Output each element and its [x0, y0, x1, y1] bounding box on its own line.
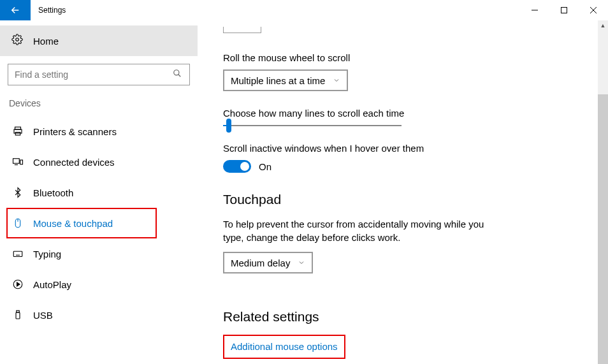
bluetooth-icon	[11, 187, 24, 198]
inactive-scroll-label: Scroll inactive windows when I hover ove…	[223, 143, 583, 154]
svg-rect-11	[20, 160, 23, 164]
devices-icon	[11, 156, 24, 168]
keyboard-icon	[11, 248, 24, 259]
toggle-state: On	[259, 161, 271, 172]
sidebar-item-usb[interactable]: USB	[0, 300, 198, 330]
sidebar-group-label: Devices	[0, 98, 198, 116]
touchpad-heading: Touchpad	[223, 192, 583, 207]
additional-mouse-options-link[interactable]: Additional mouse options	[231, 341, 338, 352]
autoplay-icon	[11, 279, 24, 290]
window-title: Settings	[31, 0, 73, 20]
svg-rect-9	[15, 133, 20, 136]
home-label: Home	[33, 36, 59, 47]
sidebar-item-label: USB	[33, 310, 53, 321]
back-button[interactable]	[0, 0, 31, 20]
sidebar-item-label: Mouse & touchpad	[33, 218, 113, 229]
touchpad-description: To help prevent the cursor from accident…	[223, 217, 491, 244]
dropdown-value: Multiple lines at a time	[231, 75, 325, 86]
lines-scroll-label: Choose how many lines to scroll each tim…	[223, 108, 583, 119]
toggle-knob	[240, 162, 249, 171]
mouse-icon	[11, 217, 24, 229]
printer-icon	[11, 126, 24, 137]
sidebar-item-bluetooth[interactable]: Bluetooth	[0, 177, 198, 208]
highlight-annotation: Additional mouse options	[223, 335, 345, 359]
sidebar-item-typing[interactable]: Typing	[0, 238, 198, 269]
search-input[interactable]	[8, 64, 190, 85]
gear-icon	[11, 34, 24, 48]
svg-marker-21	[17, 282, 20, 286]
svg-rect-10	[13, 159, 20, 164]
sidebar-item-connected[interactable]: Connected devices	[0, 147, 198, 177]
maximize-button[interactable]	[549, 0, 579, 20]
sidebar-item-home[interactable]: Home	[0, 25, 198, 56]
dropdown-value: Medium delay	[231, 258, 290, 268]
minimize-button[interactable]	[520, 0, 549, 20]
sidebar-item-label: AutoPlay	[33, 279, 71, 290]
sidebar-item-label: Bluetooth	[33, 187, 73, 198]
sidebar-item-label: Printers & scanners	[33, 126, 117, 137]
sidebar-item-label: Typing	[33, 249, 61, 259]
inactive-scroll-toggle[interactable]	[223, 160, 251, 173]
svg-rect-1	[561, 8, 567, 13]
search-field[interactable]	[15, 69, 173, 80]
wheel-scroll-dropdown[interactable]: Multiple lines at a time	[223, 69, 348, 91]
wheel-scroll-label: Roll the mouse wheel to scroll	[223, 52, 583, 63]
svg-rect-15	[13, 251, 22, 256]
sidebar-item-label: Connected devices	[33, 157, 115, 168]
svg-rect-23	[16, 312, 20, 319]
chevron-down-icon	[333, 75, 340, 86]
chevron-down-icon	[298, 258, 305, 268]
search-icon	[173, 69, 183, 80]
partial-dropdown[interactable]	[223, 27, 261, 33]
lines-slider[interactable]	[223, 125, 402, 126]
svg-line-6	[178, 75, 181, 77]
touchpad-delay-dropdown[interactable]: Medium delay	[223, 252, 313, 273]
scroll-thumb[interactable]	[598, 94, 608, 364]
scroll-up-arrow[interactable]: ▲	[598, 20, 608, 31]
sidebar-item-autoplay[interactable]: AutoPlay	[0, 269, 198, 300]
usb-icon	[11, 309, 24, 321]
sidebar-item-mouse[interactable]: Mouse & touchpad	[11, 209, 156, 237]
close-button[interactable]	[579, 0, 608, 20]
highlight-annotation: Mouse & touchpad	[6, 208, 157, 238]
svg-point-5	[174, 70, 179, 75]
vertical-scrollbar[interactable]: ▲	[598, 20, 608, 364]
svg-point-4	[16, 38, 19, 41]
sidebar-item-printers[interactable]: Printers & scanners	[0, 116, 198, 147]
slider-thumb[interactable]	[226, 119, 231, 133]
related-heading: Related settings	[223, 309, 583, 324]
